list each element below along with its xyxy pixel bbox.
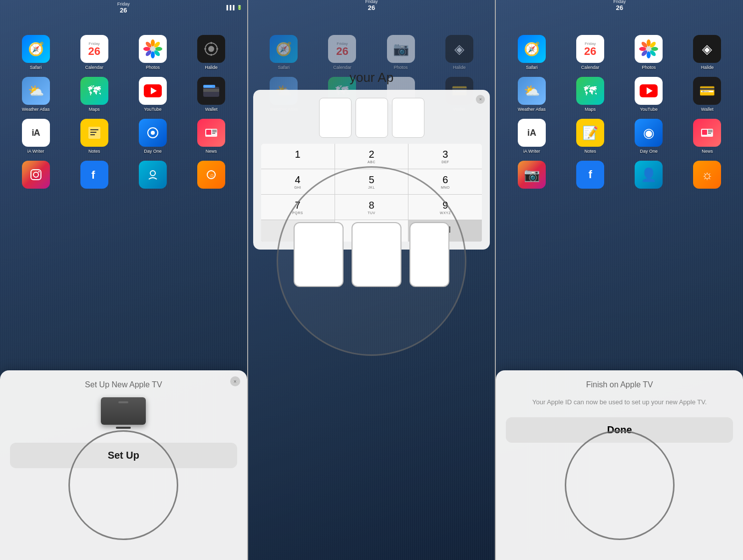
svg-point-7 [143, 47, 150, 51]
done-button-3[interactable]: Done [506, 417, 733, 443]
key-3-letters: DEF [410, 160, 480, 164]
cal-date-label-1: 26 [117, 6, 130, 14]
app-news-1[interactable]: News [185, 119, 238, 154]
weather-label-3: Weather Atlas [518, 107, 546, 112]
app-insta-3[interactable]: 📷 [505, 161, 558, 191]
status-bar-1: Friday 26 ▐▐▐ 🔋 [5, 5, 242, 10]
app-social1-1[interactable] [9, 161, 62, 191]
numpad-2[interactable]: 2 ABC [335, 144, 408, 169]
weather-label-1: Weather Atlas [22, 107, 50, 112]
numpad-1[interactable]: 1 [261, 144, 335, 169]
app-photos-3[interactable]: Photos [622, 35, 676, 70]
calendar-icon-2: Friday 26 [328, 35, 356, 63]
app-notes-3[interactable]: 📝 Notes [564, 119, 617, 154]
code-boxes [261, 98, 482, 138]
ia-label-1: iA Writer [27, 149, 44, 154]
svg-point-34 [38, 171, 39, 173]
dayone-icon-3: ◉ [635, 119, 663, 147]
ia-icon-1: iA [22, 119, 50, 147]
code-box-2[interactable] [356, 98, 388, 138]
youtube-icon-1 [139, 77, 167, 105]
app-grid-3: 🧭 Safari Friday 26 Calendar [496, 30, 743, 196]
app-maps-1[interactable]: 🗺 Maps [67, 77, 121, 112]
maps-label-1: Maps [89, 107, 100, 112]
news-label-1: News [206, 149, 217, 154]
modal-close-btn-1[interactable]: × [230, 376, 240, 386]
safari-label-2: Safari [278, 65, 290, 70]
safari-label-1: Safari [30, 65, 42, 70]
app-photos-1[interactable]: Photos [126, 35, 179, 70]
dayone-label-1: Day One [144, 149, 162, 154]
app-social4-1[interactable]: ☼ [185, 161, 238, 191]
svg-point-1 [151, 39, 155, 46]
app-weather-3[interactable]: ⛅ Weather Atlas [505, 77, 558, 112]
dayone-label-3: Day One [640, 149, 658, 154]
halide-icon-3: ◈ [693, 35, 721, 63]
setup-button-1[interactable]: Set Up [10, 443, 237, 468]
modal-title-1: Set Up New Apple TV [10, 380, 237, 389]
your-ap-text: your Ap [248, 70, 495, 85]
cal-day-label-1: Friday [117, 1, 130, 6]
status-icons-1: ▐▐▐ 🔋 [225, 5, 242, 10]
app-halide-3[interactable]: ◈ Halide [681, 35, 734, 70]
app-halide-1[interactable]: Halide [185, 35, 238, 70]
news-icon-1 [197, 119, 225, 147]
key-1-num: 1 [263, 149, 333, 160]
app-dayone-1[interactable]: Day One [126, 119, 179, 154]
app-youtube-1[interactable]: YouTube [126, 77, 179, 112]
app-wallet-1[interactable]: Wallet [185, 77, 238, 112]
app-fb-3[interactable]: f [564, 161, 617, 191]
key-3-num: 3 [410, 149, 480, 160]
safari-label-3: Safari [526, 65, 538, 70]
cal-date-2: 26 [365, 4, 377, 11]
code-box-1[interactable] [319, 98, 352, 138]
youtube-label-3: YouTube [640, 107, 658, 112]
halide-label-1: Halide [205, 65, 218, 70]
app-calendar-1[interactable]: Friday 26 Calendar [67, 35, 121, 70]
weather-icon-3: ⛅ [518, 77, 546, 105]
insta-icon-3: 📷 [518, 161, 546, 189]
notes-label-1: Notes [88, 149, 100, 154]
app-social2-1[interactable]: f [67, 161, 121, 191]
app-dayone-3[interactable]: ◉ Day One [622, 119, 676, 154]
app-social3-1[interactable] [126, 161, 179, 191]
wallet-icon-3: 💳 [693, 77, 721, 105]
numpad-3[interactable]: 3 DEF [408, 144, 482, 169]
app-weather-1[interactable]: ⛅ Weather Atlas [9, 77, 62, 112]
notes-icon-3: 📝 [576, 119, 604, 147]
key-2-num: 2 [337, 149, 406, 160]
svg-point-3 [155, 47, 162, 51]
app-social3-3[interactable]: 👤 [622, 161, 676, 191]
app-safari-3[interactable]: 🧭 Safari [505, 35, 558, 70]
fb-icon-3: f [576, 161, 604, 189]
app-notes-1[interactable]: Notes [67, 119, 121, 154]
halide-label-2: Halide [453, 65, 466, 70]
app-ia-3[interactable]: iA iA Writer [505, 119, 558, 154]
app-safari-1[interactable]: 🧭 Safari [9, 35, 62, 70]
app-youtube-3[interactable]: YouTube [622, 77, 676, 112]
cal-date-3: 26 [613, 4, 626, 11]
app-calendar-3[interactable]: Friday 26 Calendar [564, 35, 617, 70]
ia-icon-3: iA [518, 119, 546, 147]
svg-point-40 [647, 39, 651, 46]
app-ia-1[interactable]: iA iA Writer [9, 119, 62, 154]
photos-icon-1 [139, 35, 167, 63]
calendar-label-2: Calendar [333, 65, 352, 70]
photos-label-1: Photos [146, 65, 160, 70]
halide-label-3: Halide [701, 65, 714, 70]
maps-icon-1: 🗺 [80, 77, 108, 105]
app-news-3[interactable]: News [681, 119, 734, 154]
app-social4-3[interactable]: ☼ [681, 161, 734, 191]
zoom-circle [277, 166, 466, 356]
cal-day-3: Friday [613, 0, 626, 4]
svg-point-36 [150, 171, 155, 176]
app-maps-3[interactable]: 🗺 Maps [564, 77, 617, 112]
code-box-3[interactable] [392, 98, 424, 138]
pwd-close-btn[interactable]: × [476, 95, 485, 104]
wallet-icon-1 [197, 77, 225, 105]
svg-point-42 [651, 47, 658, 51]
zoom-code-box-2 [352, 222, 401, 287]
signal-icon: ▐▐▐ [225, 5, 235, 10]
app-wallet-3[interactable]: 💳 Wallet [681, 77, 734, 112]
svg-point-5 [151, 51, 155, 58]
